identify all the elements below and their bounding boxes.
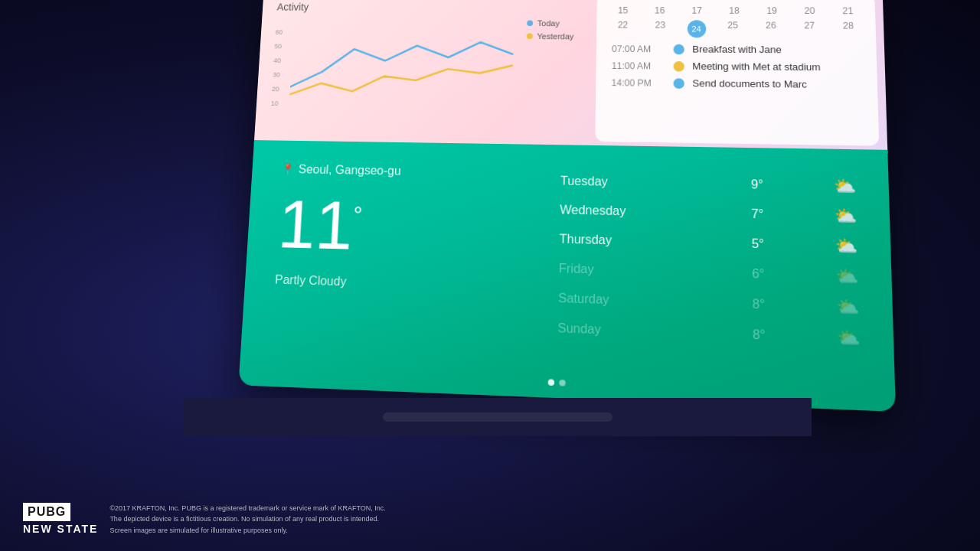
sched-time-1: 11:00 AM xyxy=(612,60,666,71)
location-name: Seoul, Gangseo-gu xyxy=(298,163,401,178)
forecast-temp-saturday: 8° xyxy=(732,296,765,311)
cal-day-21: 21 xyxy=(837,6,860,17)
sched-time-0: 07:00 AM xyxy=(612,44,666,54)
cal-day-23: 23 xyxy=(649,20,671,37)
sched-text-0: Breakfast with Jane xyxy=(692,44,782,55)
calendar-week1: 15 16 17 18 19 20 21 xyxy=(612,5,860,16)
sched-dot-0 xyxy=(674,44,684,54)
cal-day-24-active: 24 xyxy=(687,20,705,37)
forecast-icon-saturday: ⛅ xyxy=(836,296,859,318)
forecast-icon-wednesday: ⛅ xyxy=(834,206,857,227)
forecast-day-friday: Friday xyxy=(559,262,662,279)
forecast-temp-tuesday: 9° xyxy=(731,178,763,192)
cal-day-17: 17 xyxy=(686,5,707,15)
schedule-item-2: 14:00 PM Send documents to Marc xyxy=(612,77,861,91)
device-stand xyxy=(383,412,612,422)
pubg-logo-text: PUBG xyxy=(23,503,70,521)
schedule-item-0: 07:00 AM Breakfast with Jane xyxy=(612,43,861,55)
forecast-temp-wednesday: 7° xyxy=(731,207,763,221)
pubg-branding: PUBG NEW STATE ©2017 KRAFTON, Inc. PUBG … xyxy=(23,503,386,536)
forecast-day-thursday: Thursday xyxy=(559,232,662,249)
weather-panel: 📍 Seoul, Gangseo-gu 11° Partly Cloudy Tu… xyxy=(238,140,896,412)
activity-chart-svg xyxy=(289,25,529,114)
sched-dot-1 xyxy=(674,60,684,71)
pubg-new-state: NEW STATE xyxy=(23,523,98,535)
schedule-item-1: 11:00 AM Meeting with Met at stadium xyxy=(612,60,861,73)
degree-symbol: ° xyxy=(353,204,363,227)
dot-1-active xyxy=(548,379,554,386)
sched-time-2: 14:00 PM xyxy=(612,77,666,88)
forecast-tuesday: Tuesday 9° ⛅ xyxy=(560,171,856,197)
pubg-disclaimer: ©2017 KRAFTON, Inc. PUBG is a registered… xyxy=(109,503,385,536)
cal-day-28: 28 xyxy=(837,21,860,38)
schedule-list: 07:00 AM Breakfast with Jane 11:00 AM Me… xyxy=(612,43,861,90)
weather-current: 📍 Seoul, Gangseo-gu 11° Partly Cloudy xyxy=(270,162,561,373)
pubg-logo-area: PUBG NEW STATE xyxy=(23,503,98,535)
sched-text-1: Meeting with Met at stadium xyxy=(692,60,821,73)
y-label-40: 40 xyxy=(273,57,281,64)
forecast-wednesday: Wednesday 7° ⛅ xyxy=(560,200,857,227)
calendar-week2: 22 23 24 25 26 27 28 xyxy=(612,20,860,38)
cal-day-18: 18 xyxy=(724,5,746,15)
device-screen: Activity 60 50 40 30 20 10 xyxy=(238,0,896,412)
forecast-temp-thursday: 5° xyxy=(731,236,764,252)
location-pin-icon: 📍 xyxy=(281,163,294,175)
cal-day-22: 22 xyxy=(612,20,633,37)
temperature-value: 11 xyxy=(276,191,354,260)
legend-dot-yesterday xyxy=(527,33,533,39)
cal-day-19: 19 xyxy=(761,5,783,16)
device-bottom xyxy=(184,398,812,436)
chart-legend: Today Yesterday xyxy=(527,19,574,41)
cal-day-15: 15 xyxy=(612,5,634,15)
legend-today: Today xyxy=(527,19,574,28)
temperature-main: 11° xyxy=(276,191,560,266)
y-label-60: 60 xyxy=(275,28,283,35)
y-label-50: 50 xyxy=(274,43,282,50)
pubg-logo: PUBG xyxy=(23,503,98,521)
legend-yesterday-label: Yesterday xyxy=(537,32,573,41)
sched-dot-2 xyxy=(674,78,684,89)
dot-2 xyxy=(559,380,566,386)
forecast-icon-sunday: ⛅ xyxy=(837,327,860,349)
cal-day-27: 27 xyxy=(799,21,822,38)
weather-description: Partly Cloudy xyxy=(275,273,559,295)
dots-indicator xyxy=(548,379,566,386)
forecast-day-sunday: Sunday xyxy=(557,321,662,339)
legend-yesterday: Yesterday xyxy=(527,32,574,41)
chart-area: 60 50 40 30 20 10 xyxy=(270,18,582,122)
forecast-friday: Friday 6° ⛅ xyxy=(559,259,859,288)
legend-today-label: Today xyxy=(537,19,560,28)
forecast-thursday: Thursday 5° ⛅ xyxy=(559,229,858,256)
cal-day-16: 16 xyxy=(649,5,671,15)
top-panel: Activity 60 50 40 30 20 10 xyxy=(254,0,888,154)
y-label-10: 10 xyxy=(271,99,279,107)
sched-text-2: Send documents to Marc xyxy=(692,77,807,90)
location-row: 📍 Seoul, Gangseo-gu xyxy=(281,162,560,181)
cal-day-20: 20 xyxy=(799,5,821,16)
y-axis-labels: 60 50 40 30 20 10 xyxy=(271,28,283,106)
legend-dot-today xyxy=(527,21,533,27)
forecast-icon-thursday: ⛅ xyxy=(835,236,858,257)
forecast-temp-sunday: 8° xyxy=(732,327,765,342)
cal-day-26: 26 xyxy=(760,21,782,38)
forecast-icon-tuesday: ⛅ xyxy=(833,176,856,197)
forecast-temp-friday: 6° xyxy=(732,266,765,282)
forecast-saturday: Saturday 8° ⛅ xyxy=(558,289,859,318)
y-label-30: 30 xyxy=(273,71,280,78)
activity-title: Activity xyxy=(276,2,582,14)
new-state-label: NEW STATE xyxy=(23,523,98,535)
forecast-icon-friday: ⛅ xyxy=(835,266,858,287)
forecast-day-tuesday: Tuesday xyxy=(560,174,662,190)
forecast-day-saturday: Saturday xyxy=(558,292,662,309)
forecast-sunday: Sunday 8° ⛅ xyxy=(557,318,860,350)
y-label-20: 20 xyxy=(272,86,279,93)
schedule-panel: 15 16 17 18 19 20 21 22 23 24 25 26 27 2… xyxy=(596,0,880,146)
cal-day-25: 25 xyxy=(722,20,744,37)
forecast-day-wednesday: Wednesday xyxy=(560,203,662,219)
activity-panel: Activity 60 50 40 30 20 10 xyxy=(254,0,597,149)
weather-forecast: Tuesday 9° ⛅ Wednesday 7° ⛅ Thursday 5° … xyxy=(557,168,861,386)
